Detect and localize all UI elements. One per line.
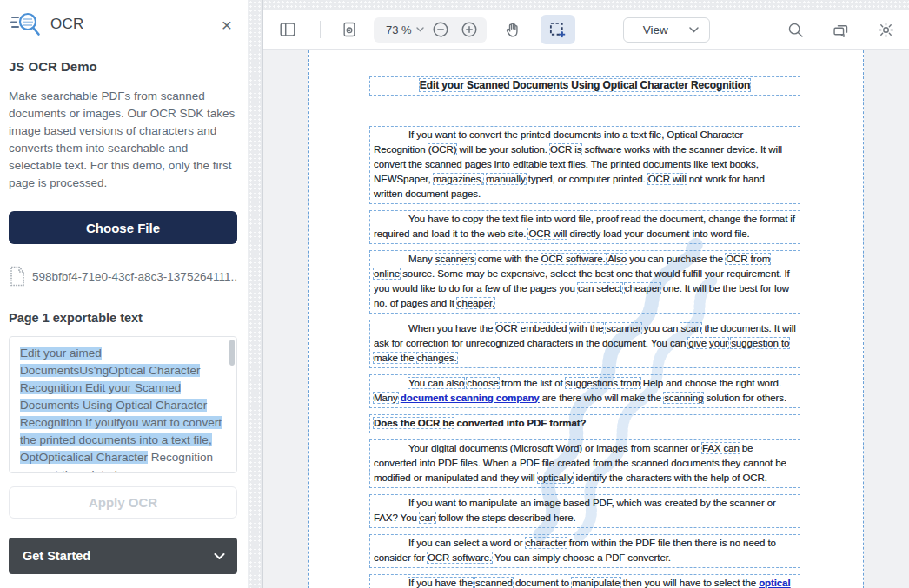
ocr-word-box: character [526,538,567,548]
ocr-word-box: OCR software. [428,552,492,563]
ocr-word-box: give your [688,338,728,348]
pan-hand-icon[interactable] [500,17,526,43]
get-started-button[interactable]: Get Started [9,538,237,574]
doc-text: converted into PDF format? [454,418,586,428]
doc-subheading: Does the OCR be converted into PDF forma… [369,414,800,433]
ocr-word-box: If you have the [408,578,473,588]
document-file-icon [9,266,26,287]
ocr-sidebar: OCR × JS OCR Demo Make searchable PDFs f… [0,0,249,588]
page-settings-icon[interactable] [336,17,362,43]
doc-text: you can purchase the [627,254,726,264]
doc-text: you can [641,323,681,334]
ocr-word-box: OCR will [648,174,687,184]
doc-paragraph: If you can select a word or character fr… [369,534,800,568]
zoom-level-dropdown[interactable]: 73 % [386,23,424,36]
ocr-word-box: can [420,512,435,523]
doc-paragraph: Many scanners come with the OCR software… [369,250,800,314]
search-icon[interactable] [782,17,808,43]
doc-paragraph: If you want to manipulate an image based… [369,494,800,528]
ocr-word-box: Does the OCR be [374,418,454,428]
doc-text: follow the steps described here. [435,512,576,523]
toolbar-right-group [782,17,909,43]
viewer-toolbar: 73 % [263,10,909,50]
pdf-page: Edit your Scanned Documents Using Optica… [308,50,864,588]
ocr-word-box: scanning [664,393,703,403]
panel-resize-gutter[interactable] [249,0,263,588]
ocr-word-box: OCR will [528,228,567,239]
doc-text: If you can select a word or [408,538,526,548]
chevron-down-icon [689,27,699,33]
chevron-down-icon [214,552,225,560]
zoom-out-icon[interactable] [428,17,453,42]
doc-text: then you will have to select the [620,578,760,588]
ocr-word-box: (OCR) [428,144,457,155]
doc-text: typed, or computer printed. [526,174,648,184]
ocr-word-box: Also [607,254,627,264]
doc-text: are there who will make the [540,393,664,403]
ocr-word-box: manually [487,174,526,184]
ocr-word-box: OCR from [726,254,770,264]
sidebar-toggle-icon[interactable] [275,17,301,43]
ocr-word-box: scan [680,323,701,334]
doc-paragraph: When you have the OCR embedded with the … [369,320,800,368]
doc-paragraph: Your digital documents (Microsoft Word) … [369,439,800,488]
doc-link[interactable]: document scanning company [401,393,540,403]
toolbar-divider [320,21,321,38]
ocr-word-box: magazines, [434,174,484,184]
ocr-word-box: scanners [435,254,475,264]
demo-description: Make searchable PDFs from scanned docume… [9,88,237,192]
doc-paragraph: If you have the scanned document to mani… [369,574,800,588]
view-label: View [643,23,668,36]
ocr-word-box: OCR software. [541,254,606,264]
ocr-word-box: with the [570,323,604,334]
file-name: 598bfbf4-71e0-43cf-a8c3-1375264111... [32,270,237,283]
chevron-down-icon [416,27,424,32]
zoom-level: 73 % [386,23,412,36]
apply-ocr-button[interactable]: Apply OCR [9,486,237,519]
ocr-word-box: Edit your Scanned Documents Using Optica… [420,79,750,91]
view-dropdown[interactable]: View [623,17,710,43]
ocr-word-box: scanner [606,323,640,334]
close-icon[interactable]: × [218,14,236,36]
marquee-select-icon[interactable] [541,15,575,44]
get-started-label: Get Started [23,549,90,563]
settings-gear-icon[interactable] [873,17,899,43]
doc-title: Edit your Scanned Documents Using Optica… [369,76,800,96]
doc-text: from the list of [499,378,566,388]
doc-text: document to [513,578,572,588]
ocr-logo-icon [10,10,42,38]
ocr-word-box: cheaper [625,283,660,294]
document-viewport[interactable]: Edit your Scanned Documents Using Optica… [263,50,909,588]
pdf-viewer: 73 % [263,0,909,588]
ocr-word-box: make the [374,353,415,363]
doc-paragraph: You can also choose from the list of sug… [369,374,800,408]
choose-file-button[interactable]: Choose File [9,211,237,244]
exportable-text-area[interactable]: Edit your aimed DocumentsUs'ngOptical Ch… [9,336,237,473]
doc-text: Your digital documents (Microsoft Word) … [408,443,702,453]
doc-text: directly load your document into word fi… [567,228,749,239]
doc-text: Many [408,254,435,264]
uploaded-file-item: 598bfbf4-71e0-43cf-a8c3-1375264111... [9,266,237,287]
ocr-word-box: OCR is [550,144,581,155]
ocr-word-box: FAX can [702,443,740,453]
ocr-word-box: Many [374,393,398,403]
doc-text: When you have the [408,323,496,334]
doc-text: come with the [475,254,541,264]
sidebar-header: OCR × [9,0,237,38]
exportable-text-heading: Page 1 exportable text [9,311,237,325]
demo-heading: JS OCR Demo [9,59,237,74]
ocr-word-box: online [374,268,400,279]
doc-text: will be your solution. [456,144,550,155]
selected-text: Edit your aimed DocumentsUs'ngOptical Ch… [20,347,222,464]
zoom-controls: 73 % [374,17,487,43]
ocr-word-box: cheaper. [457,298,494,308]
ocr-word-box: changes. [417,353,457,363]
zoom-in-icon[interactable] [457,17,481,42]
doc-text: Help and choose the right word. [640,378,781,388]
doc-text: identify the characters with the help of… [573,472,767,483]
comments-icon[interactable] [827,17,853,43]
ocr-demo-app: OCR × JS OCR Demo Make searchable PDFs f… [0,0,909,588]
ocr-word-box: choose [467,378,498,388]
textarea-scrollbar[interactable] [229,340,235,366]
document-blocks: Edit your Scanned Documents Using Optica… [309,50,863,588]
